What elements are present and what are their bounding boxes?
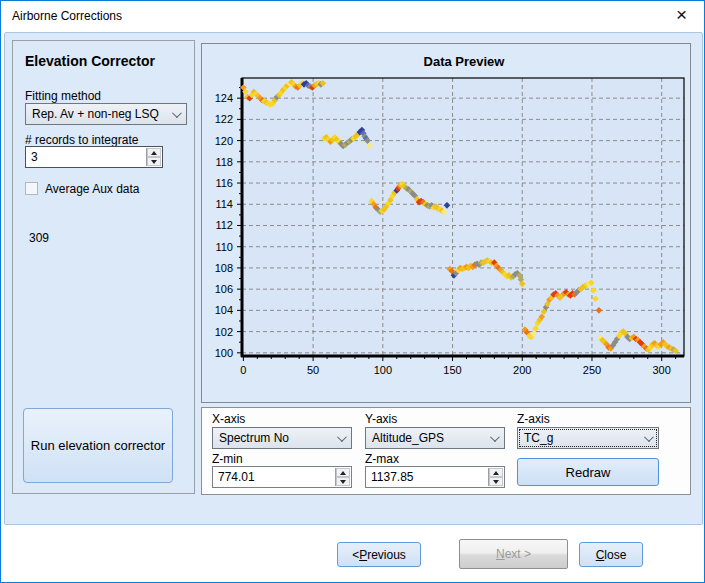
close-icon[interactable]: × bbox=[659, 1, 704, 31]
next-button-disabled: Next > bbox=[459, 539, 568, 569]
record-count-label: 309 bbox=[29, 231, 49, 245]
x-axis-value: Spectrum No bbox=[219, 431, 289, 445]
arrow-up-icon bbox=[493, 471, 499, 475]
previous-button[interactable]: < Previous bbox=[337, 542, 421, 567]
svg-text:116: 116 bbox=[215, 177, 233, 189]
axis-controls-panel: X-axis Spectrum No Y-axis Altitude_GPS Z… bbox=[201, 407, 691, 495]
svg-text:102: 102 bbox=[215, 326, 233, 338]
data-preview-group: Data Preview 050100150200250300100102104… bbox=[201, 43, 691, 403]
y-axis-label: Y-axis bbox=[365, 412, 397, 426]
svg-text:112: 112 bbox=[215, 219, 233, 231]
elevation-corrector-panel: Elevation Corrector Fitting method Rep. … bbox=[12, 40, 195, 494]
svg-text:124: 124 bbox=[215, 92, 233, 104]
svg-text:108: 108 bbox=[215, 262, 233, 274]
arrow-down-icon bbox=[151, 160, 157, 164]
records-value: 3 bbox=[31, 150, 38, 164]
svg-text:250: 250 bbox=[583, 364, 601, 376]
dialog-content: Elevation Corrector Fitting method Rep. … bbox=[4, 32, 703, 525]
airborne-corrections-dialog: Airborne Corrections × Elevation Correct… bbox=[0, 0, 705, 583]
spin-down-button[interactable] bbox=[336, 477, 350, 486]
arrow-down-icon bbox=[493, 480, 499, 484]
z-max-label: Z-max bbox=[365, 452, 399, 466]
svg-text:110: 110 bbox=[215, 241, 233, 253]
close-label-rest: lose bbox=[604, 548, 626, 562]
x-axis-combo[interactable]: Spectrum No bbox=[212, 427, 352, 449]
spinner-buttons bbox=[146, 148, 161, 166]
data-preview-chart: 0501001502002503001001021041061081101121… bbox=[202, 44, 690, 402]
z-axis-label: Z-axis bbox=[517, 412, 550, 426]
average-aux-label: Average Aux data bbox=[45, 182, 140, 196]
svg-text:200: 200 bbox=[513, 364, 531, 376]
spin-down-button[interactable] bbox=[147, 157, 161, 166]
fitting-method-combo[interactable]: Rep. Av + non-neg LSQ bbox=[25, 103, 187, 125]
close-button[interactable]: Close bbox=[579, 542, 643, 567]
arrow-up-icon bbox=[340, 471, 346, 475]
next-label-rest: ext > bbox=[505, 547, 531, 561]
arrow-down-icon bbox=[340, 480, 346, 484]
previous-label-rest: revious bbox=[367, 548, 406, 562]
chevron-down-icon bbox=[337, 432, 347, 442]
records-spinner[interactable]: 3 bbox=[25, 146, 163, 168]
chevron-down-icon bbox=[490, 432, 500, 442]
svg-text:104: 104 bbox=[215, 304, 233, 316]
z-min-label: Z-min bbox=[212, 452, 243, 466]
z-axis-value: TC_g bbox=[524, 431, 553, 445]
fitting-method-value: Rep. Av + non-neg LSQ bbox=[32, 107, 159, 121]
close-accel: C bbox=[596, 548, 605, 562]
svg-text:118: 118 bbox=[215, 156, 233, 168]
z-axis-combo[interactable]: TC_g bbox=[517, 427, 659, 449]
svg-text:100: 100 bbox=[215, 347, 233, 359]
svg-text:50: 50 bbox=[307, 364, 319, 376]
svg-text:120: 120 bbox=[215, 135, 233, 147]
redraw-button[interactable]: Redraw bbox=[517, 458, 659, 486]
average-aux-checkbox[interactable] bbox=[25, 182, 38, 195]
window-title: Airborne Corrections bbox=[12, 9, 122, 23]
arrow-up-icon bbox=[151, 151, 157, 155]
z-max-spinner[interactable]: 1137.85 bbox=[365, 466, 505, 488]
chevron-down-icon bbox=[644, 432, 654, 442]
y-axis-combo[interactable]: Altitude_GPS bbox=[365, 427, 505, 449]
spinner-buttons bbox=[335, 468, 350, 486]
z-min-value: 774.01 bbox=[218, 470, 255, 484]
title-bar: Airborne Corrections × bbox=[1, 1, 704, 32]
svg-text:114: 114 bbox=[215, 198, 233, 210]
svg-text:122: 122 bbox=[215, 113, 233, 125]
run-button-label: Run elevation corrector bbox=[31, 436, 165, 456]
panel-heading: Elevation Corrector bbox=[25, 53, 155, 69]
spin-up-button[interactable] bbox=[336, 468, 350, 477]
svg-text:300: 300 bbox=[653, 364, 671, 376]
previous-accel: P bbox=[359, 548, 367, 562]
spin-up-button[interactable] bbox=[489, 468, 503, 477]
spinner-buttons bbox=[488, 468, 503, 486]
svg-text:0: 0 bbox=[240, 364, 246, 376]
previous-label: < bbox=[352, 548, 359, 562]
y-axis-value: Altitude_GPS bbox=[372, 431, 444, 445]
z-min-spinner[interactable]: 774.01 bbox=[212, 466, 352, 488]
redraw-label: Redraw bbox=[566, 465, 611, 480]
spin-up-button[interactable] bbox=[147, 148, 161, 157]
spin-down-button[interactable] bbox=[489, 477, 503, 486]
records-label: # records to integrate bbox=[25, 133, 138, 147]
run-elevation-corrector-button[interactable]: Run elevation corrector bbox=[23, 408, 173, 483]
chevron-down-icon bbox=[172, 108, 182, 118]
z-max-value: 1137.85 bbox=[371, 470, 414, 484]
x-axis-label: X-axis bbox=[212, 412, 245, 426]
fitting-method-label: Fitting method bbox=[25, 89, 101, 103]
svg-text:100: 100 bbox=[374, 364, 392, 376]
next-accel: N bbox=[496, 547, 505, 561]
svg-text:106: 106 bbox=[215, 283, 233, 295]
svg-text:150: 150 bbox=[443, 364, 461, 376]
